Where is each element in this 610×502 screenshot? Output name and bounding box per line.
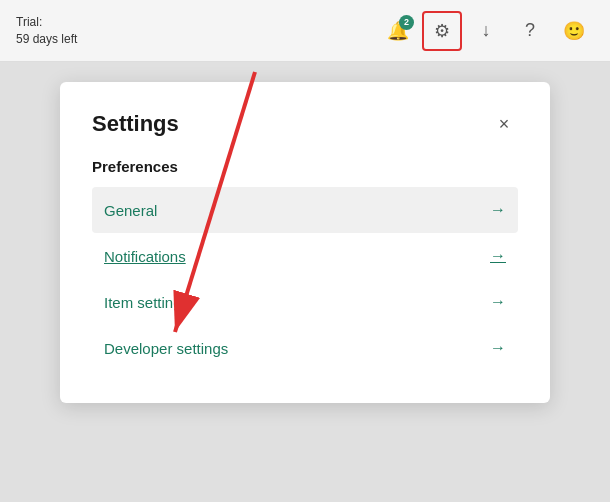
account-button[interactable]: 🙂 (554, 11, 594, 51)
gear-icon: ⚙ (434, 20, 450, 42)
general-label: General (104, 202, 157, 219)
notification-button[interactable]: 🔔 2 (378, 11, 418, 51)
notifications-arrow-icon: → (490, 247, 506, 265)
main-area: Settings × Preferences General → Notific… (0, 62, 610, 502)
developer-settings-menu-item[interactable]: Developer settings → (92, 325, 518, 371)
item-settings-arrow-icon: → (490, 293, 506, 311)
settings-button[interactable]: ⚙ (422, 11, 462, 51)
help-button[interactable]: ? (510, 11, 550, 51)
item-settings-menu-item[interactable]: Item settings → (92, 279, 518, 325)
close-icon: × (499, 114, 510, 135)
toolbar: Trial: 59 days left 🔔 2 ⚙ ↓ ? 🙂 (0, 0, 610, 62)
notification-badge: 2 (399, 15, 414, 30)
settings-title: Settings (92, 111, 179, 137)
question-icon: ? (525, 20, 535, 41)
settings-header: Settings × (92, 110, 518, 138)
preferences-heading: Preferences (92, 158, 518, 175)
general-menu-item[interactable]: General → (92, 187, 518, 233)
download-button[interactable]: ↓ (466, 11, 506, 51)
notifications-label: Notifications (104, 248, 186, 265)
toolbar-icons: 🔔 2 ⚙ ↓ ? 🙂 (378, 11, 594, 51)
item-settings-label: Item settings (104, 294, 189, 311)
close-button[interactable]: × (490, 110, 518, 138)
trial-label: Trial: (16, 14, 370, 31)
general-arrow-icon: → (490, 201, 506, 219)
developer-settings-label: Developer settings (104, 340, 228, 357)
trial-info: Trial: 59 days left (16, 14, 370, 48)
developer-settings-arrow-icon: → (490, 339, 506, 357)
account-icon: 🙂 (563, 20, 585, 42)
trial-days: 59 days left (16, 31, 370, 48)
download-icon: ↓ (482, 20, 491, 41)
settings-panel: Settings × Preferences General → Notific… (60, 82, 550, 403)
notifications-menu-item[interactable]: Notifications → (92, 233, 518, 279)
